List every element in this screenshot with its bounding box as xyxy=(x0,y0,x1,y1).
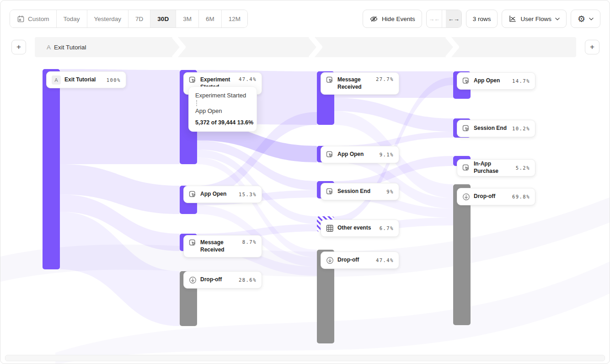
spacing-toggle: →← ←→ xyxy=(426,10,462,28)
flow-node-bar-c1-exit[interactable] xyxy=(43,69,60,269)
node-label: Session End xyxy=(474,125,508,132)
event-click-icon xyxy=(326,188,334,196)
date-range-custom[interactable]: Custom xyxy=(10,10,57,27)
start-event-prefix: A xyxy=(47,44,51,51)
node-label: Message Received xyxy=(337,76,372,91)
horizontal-scrollbar[interactable] xyxy=(5,355,605,361)
drop-off-icon xyxy=(462,193,470,201)
date-range-12m[interactable]: 12M xyxy=(222,10,247,27)
chevron-down-icon xyxy=(555,17,560,21)
date-range-label: 12M xyxy=(229,16,241,22)
date-range-label: Today xyxy=(64,16,80,22)
expand-columns-button[interactable]: ←→ xyxy=(446,10,461,27)
date-range-7d[interactable]: 7D xyxy=(128,10,150,27)
tooltip-target-event: App Open xyxy=(195,107,250,114)
toolbar: CustomTodayYesterday7D30D3M6M12M Hide Ev… xyxy=(10,10,600,28)
chevron-down-icon xyxy=(589,17,594,21)
eye-off-icon xyxy=(369,15,378,23)
collapse-columns-button[interactable]: →← xyxy=(427,10,442,27)
date-range-3m[interactable]: 3M xyxy=(176,10,199,27)
flow-node-card-c4-sess[interactable]: Session End10.2% xyxy=(457,120,535,137)
date-range-label: 7D xyxy=(135,16,143,22)
flow-node-card-c2-msg[interactable]: Message Received8.7% xyxy=(183,235,262,257)
flow-node-card-c3-app[interactable]: App Open9.1% xyxy=(321,146,399,163)
drop-off-icon xyxy=(189,276,197,284)
node-percentage: 9% xyxy=(386,189,394,194)
node-label: Other events xyxy=(337,225,376,232)
start-event-label[interactable]: A Exit Tutorial xyxy=(47,37,86,57)
settings-dropdown[interactable]: ⚙ xyxy=(571,10,600,28)
date-range-label: 6M xyxy=(206,16,214,22)
chart-type-label: User Flows xyxy=(520,16,551,22)
add-step-left-button[interactable]: + xyxy=(11,40,26,54)
node-label: Message Received xyxy=(200,239,239,253)
node-label: Drop-off xyxy=(200,276,235,284)
node-percentage: 100% xyxy=(107,77,121,83)
tooltip-source-event: Experiment Started xyxy=(195,92,250,99)
other-events-icon xyxy=(326,225,334,232)
flow-node-card-c1-exit[interactable]: AExit Tutorial100% xyxy=(46,71,126,88)
user-flows-icon xyxy=(508,15,517,23)
flow-node-card-c2-app[interactable]: App Open15.3% xyxy=(183,186,262,203)
date-range-label: Custom xyxy=(28,16,49,22)
node-percentage: 8.7% xyxy=(242,239,257,245)
flow-node-bar-c4-drop[interactable] xyxy=(453,184,471,325)
node-label: Exit Tutorial xyxy=(64,76,103,84)
date-range-yesterday[interactable]: Yesterday xyxy=(87,10,129,27)
flow-node-card-c4-app[interactable]: App Open14.7% xyxy=(457,72,535,90)
drop-off-icon xyxy=(326,257,334,264)
add-step-right-button[interactable]: + xyxy=(585,40,599,54)
event-click-icon xyxy=(189,76,197,84)
tooltip-stats: 5,372 of 39,444 13.6% xyxy=(195,119,250,126)
step-chevron-icon xyxy=(172,37,186,57)
node-label: App Open xyxy=(337,151,376,158)
toolbar-right: Hide Events →← ←→ 3 rows User Flows xyxy=(363,10,600,28)
rows-button[interactable]: 3 rows xyxy=(466,10,498,28)
node-label: App Open xyxy=(200,191,235,198)
event-click-icon xyxy=(462,77,470,85)
node-label: App Open xyxy=(474,77,508,85)
event-click-icon xyxy=(326,76,334,84)
hide-events-button[interactable]: Hide Events xyxy=(363,10,422,28)
gear-icon: ⚙ xyxy=(578,15,585,23)
node-percentage: 9.1% xyxy=(380,152,394,157)
event-click-icon xyxy=(189,191,197,198)
step-banner: A Exit Tutorial xyxy=(35,37,576,57)
node-percentage: 69.8% xyxy=(512,194,530,199)
flow-node-card-c3-msg[interactable]: Message Received27.7% xyxy=(321,72,399,95)
flow-node-card-c4-iap[interactable]: In-App Purchase5.2% xyxy=(457,159,535,177)
date-range-6m[interactable]: 6M xyxy=(199,10,222,27)
date-range-selector: CustomTodayYesterday7D30D3M6M12M xyxy=(10,10,248,28)
flow-node-card-c3-other[interactable]: Other events6.7% xyxy=(321,219,399,237)
flow-node-card-c3-sess[interactable]: Session End9% xyxy=(321,183,399,200)
flow-node-card-c2-drop[interactable]: Drop-off28.6% xyxy=(183,271,262,289)
event-letter-badge: A xyxy=(52,75,61,85)
node-label: Session End xyxy=(337,188,383,195)
chart-type-dropdown[interactable]: User Flows xyxy=(502,10,567,28)
date-range-30d[interactable]: 30D xyxy=(150,10,176,27)
tooltip-connector xyxy=(196,100,197,106)
event-click-icon xyxy=(326,151,334,159)
date-range-label: 30D xyxy=(157,16,169,22)
step-chevron-icon xyxy=(309,37,322,57)
date-range-label: Yesterday xyxy=(94,16,122,22)
flow-step-header: + A Exit Tutorial + xyxy=(0,37,610,57)
node-label: Drop-off xyxy=(474,193,508,200)
date-range-today[interactable]: Today xyxy=(57,10,87,27)
flow-node-card-c4-drop[interactable]: Drop-off69.8% xyxy=(457,188,535,205)
node-percentage: 47.4% xyxy=(376,257,394,263)
flow-tooltip: Experiment Started App Open 5,372 of 39,… xyxy=(188,86,257,132)
flow-node-card-c3-drop[interactable]: Drop-off47.4% xyxy=(321,252,399,269)
node-percentage: 14.7% xyxy=(512,78,530,84)
user-flows-app: CustomTodayYesterday7D30D3M6M12M Hide Ev… xyxy=(0,0,610,364)
calendar-icon xyxy=(17,15,25,23)
node-percentage: 6.7% xyxy=(380,225,394,231)
node-percentage: 47.4% xyxy=(239,76,257,82)
event-click-icon xyxy=(189,239,197,247)
event-click-icon xyxy=(462,164,470,172)
node-label: In-App Purchase xyxy=(474,161,512,175)
node-percentage: 28.6% xyxy=(239,277,257,283)
start-event-title: Exit Tutorial xyxy=(54,44,86,51)
node-label: Drop-off xyxy=(337,257,372,264)
node-percentage: 27.7% xyxy=(376,76,394,82)
